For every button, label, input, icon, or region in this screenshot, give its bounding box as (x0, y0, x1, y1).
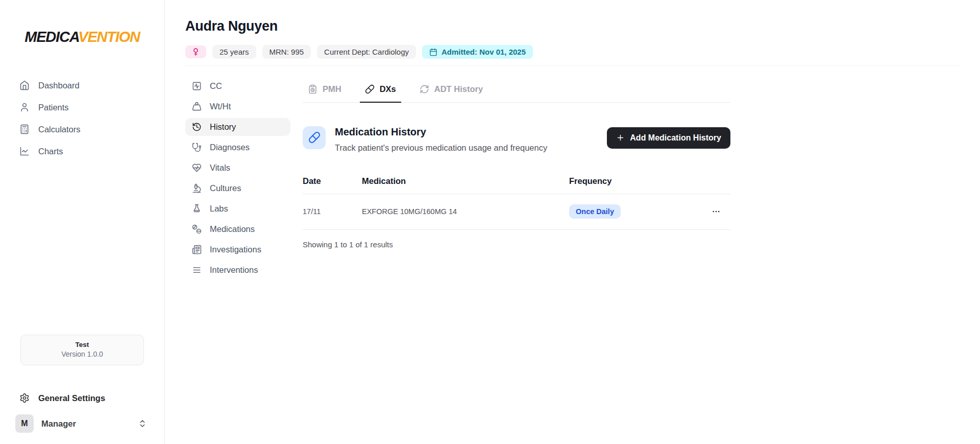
frequency-badge: Once Daily (569, 204, 621, 219)
subnav-label: Wt/Ht (210, 102, 231, 111)
section-titles: Medication History Track patient's previ… (335, 126, 607, 153)
subnav-label: Diagnoses (210, 143, 250, 152)
tab-dxs[interactable]: DXs (360, 77, 401, 103)
sidebar-item-patients[interactable]: Patients (14, 98, 150, 116)
general-settings-label: General Settings (38, 393, 105, 403)
sidebar-item-calculators[interactable]: Calculators (14, 120, 150, 138)
stethoscope-icon (192, 143, 202, 152)
sidebar-item-label: Dashboard (38, 81, 80, 90)
subnav-item-cc[interactable]: CC (185, 77, 290, 95)
weight-icon (192, 102, 202, 111)
app-root: MEDICAVENTION Dashboard Patients Calcula… (0, 0, 980, 444)
sidebar-item-label: Calculators (38, 125, 81, 134)
add-button-label: Add Medication History (630, 133, 721, 143)
subnav-label: History (210, 122, 236, 132)
cell-medication: EXFORGE 10MG/160MG 14 (362, 207, 569, 216)
general-settings-button[interactable]: General Settings (14, 389, 150, 407)
sidebar: MEDICAVENTION Dashboard Patients Calcula… (0, 0, 165, 444)
subnav-label: Interventions (210, 265, 258, 275)
user-role-label: Manager (41, 419, 130, 429)
age-badge: 25 years (212, 45, 256, 59)
subnav-item-labs[interactable]: Labs (185, 200, 290, 218)
gender-badge (185, 45, 206, 58)
mrn-badge: MRN: 995 (262, 45, 311, 59)
subnav-label: Vitals (210, 163, 230, 173)
tab-adt-history[interactable]: ADT History (414, 77, 488, 102)
subnav-item-medications[interactable]: Medications (185, 220, 290, 238)
patient-content: CC Wt/Ht History (185, 77, 960, 444)
history-panel: PMH DXs ADT History (303, 77, 730, 444)
patient-badges: 25 years MRN: 995 Current Dept: Cardiolo… (185, 45, 960, 59)
sidebar-bottom: Test Version 1.0.0 General Settings M Ma… (0, 335, 164, 444)
row-actions-button[interactable] (709, 205, 723, 218)
cell-frequency: Once Daily (569, 204, 702, 219)
user-menu-button[interactable]: M Manager (15, 414, 147, 433)
logo-accent: VENTION (78, 29, 140, 45)
admitted-label: Admitted: Nov 01, 2025 (442, 48, 526, 56)
column-header-date: Date (303, 176, 362, 186)
sidebar-nav: Dashboard Patients Calculators Charts (0, 76, 164, 160)
flask-icon (192, 204, 202, 214)
sidebar-item-label: Patients (38, 103, 69, 112)
home-icon (19, 80, 30, 90)
menu-lines-icon (192, 265, 202, 275)
section-title: Medication History (335, 126, 607, 138)
sidebar-item-dashboard[interactable]: Dashboard (14, 76, 150, 95)
department-badge: Current Dept: Cardiology (317, 45, 416, 59)
line-chart-icon (19, 146, 30, 156)
chevrons-up-down-icon (138, 419, 147, 428)
history-tabs: PMH DXs ADT History (303, 77, 730, 103)
subnav-item-wtht[interactable]: Wt/Ht (185, 98, 290, 115)
user-icon (19, 102, 30, 112)
subnav-label: Investigations (210, 245, 261, 254)
calendar-icon (429, 48, 437, 56)
subnav-item-vitals[interactable]: Vitals (185, 159, 290, 177)
admitted-badge: Admitted: Nov 01, 2025 (422, 45, 533, 59)
tab-label: DXs (380, 84, 396, 94)
tablets-icon (192, 224, 202, 234)
sidebar-item-label: Charts (38, 147, 63, 156)
subnav-label: Labs (210, 204, 228, 214)
plus-icon (616, 133, 625, 142)
add-medication-history-button[interactable]: Add Medication History (607, 127, 730, 149)
history-icon (192, 122, 202, 132)
sidebar-item-charts[interactable]: Charts (14, 142, 150, 160)
newspaper-icon (192, 245, 202, 254)
version-box: Test Version 1.0.0 (20, 335, 144, 365)
app-logo: MEDICAVENTION (24, 29, 140, 45)
cell-date: 17/11 (303, 207, 362, 216)
avatar: M (15, 414, 34, 433)
subnav-item-history[interactable]: History (185, 118, 290, 136)
tab-pmh[interactable]: PMH (303, 77, 347, 102)
table-row: 17/11 EXFORGE 10MG/160MG 14 Once Daily (303, 194, 730, 230)
patient-name: Audra Nguyen (185, 18, 960, 34)
subnav-item-diagnoses[interactable]: Diagnoses (185, 138, 290, 156)
results-count: Showing 1 to 1 of 1 results (303, 240, 730, 249)
subnav-item-interventions[interactable]: Interventions (185, 261, 290, 279)
header-divider (185, 65, 960, 66)
medication-history-header: Medication History Track patient's previ… (303, 126, 730, 153)
microscope-icon (192, 183, 202, 193)
patient-subnav: CC Wt/Ht History (185, 77, 290, 444)
heart-pulse-icon (192, 163, 202, 173)
table-header-row: Date Medication Frequency (303, 176, 730, 194)
gear-icon (19, 393, 30, 403)
subnav-label: Cultures (210, 183, 241, 193)
subnav-item-cultures[interactable]: Cultures (185, 179, 290, 197)
app-version: Version 1.0.0 (21, 350, 143, 358)
calculator-icon (19, 124, 30, 134)
activity-square-icon (192, 81, 202, 91)
subnav-label: CC (210, 81, 222, 91)
tab-label: PMH (323, 84, 341, 94)
app-env-name: Test (21, 341, 143, 348)
female-icon (191, 48, 200, 56)
tab-label: ADT History (434, 84, 483, 94)
medication-history-table: Date Medication Frequency 17/11 EXFORGE … (303, 176, 730, 249)
subnav-item-investigations[interactable]: Investigations (185, 241, 290, 259)
column-header-frequency: Frequency (569, 176, 702, 186)
logo-primary: MEDICA (24, 29, 78, 45)
more-horizontal-icon (712, 207, 721, 216)
column-header-medication: Medication (362, 176, 569, 186)
section-subtitle: Track patient's previous medication usag… (335, 143, 607, 153)
pill-icon (303, 126, 326, 149)
